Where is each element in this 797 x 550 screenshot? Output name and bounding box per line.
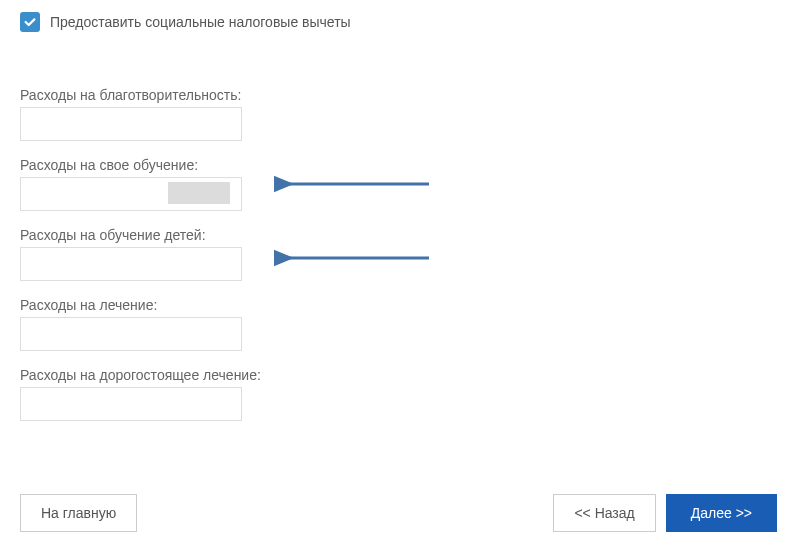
next-button[interactable]: Далее >> (666, 494, 777, 532)
buttons-right-group: << Назад Далее >> (553, 494, 777, 532)
own-education-field-group: Расходы на свое обучение: (20, 157, 777, 211)
treatment-label: Расходы на лечение: (20, 297, 777, 313)
children-education-field-group: Расходы на обучение детей: (20, 227, 777, 281)
checkmark-icon (23, 15, 37, 29)
own-education-label: Расходы на свое обучение: (20, 157, 777, 173)
back-button[interactable]: << Назад (553, 494, 655, 532)
pointer-arrow-icon (274, 171, 434, 197)
charity-input[interactable] (20, 107, 242, 141)
redacted-value (168, 182, 230, 204)
expensive-treatment-field-group: Расходы на дорогостоящее лечение: (20, 367, 777, 421)
charity-field-group: Расходы на благотворительность: (20, 87, 777, 141)
expensive-treatment-input[interactable] (20, 387, 242, 421)
expensive-treatment-label: Расходы на дорогостоящее лечение: (20, 367, 777, 383)
provide-social-deductions-checkbox[interactable] (20, 12, 40, 32)
treatment-field-group: Расходы на лечение: (20, 297, 777, 351)
buttons-row: На главную << Назад Далее >> (20, 494, 777, 532)
treatment-input[interactable] (20, 317, 242, 351)
pointer-arrow-icon (274, 245, 434, 271)
provide-social-deductions-label: Предоставить социальные налоговые вычеты (50, 14, 351, 30)
home-button[interactable]: На главную (20, 494, 137, 532)
children-education-label: Расходы на обучение детей: (20, 227, 777, 243)
children-education-input[interactable] (20, 247, 242, 281)
charity-label: Расходы на благотворительность: (20, 87, 777, 103)
provide-social-deductions-row: Предоставить социальные налоговые вычеты (20, 12, 777, 32)
